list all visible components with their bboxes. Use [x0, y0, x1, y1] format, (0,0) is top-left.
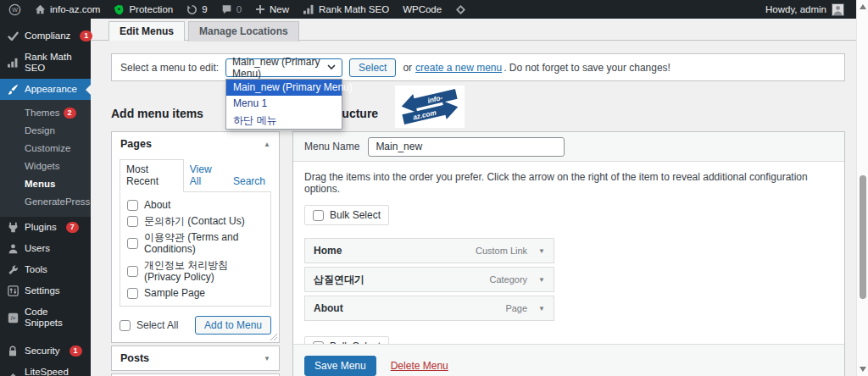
sidebar: Complianz1Rank Math SEOAppearance Themes…: [0, 19, 91, 376]
count-badge: 7: [66, 222, 79, 233]
page-checkbox[interactable]: [127, 238, 138, 249]
menu-item-삽질연대기[interactable]: 삽질연대기Category▼: [304, 267, 554, 292]
select-menu-label: Select a menu to edit:: [120, 62, 219, 74]
sidebar-item-label: Users: [25, 243, 50, 254]
account-menu[interactable]: Howdy, admin: [759, 3, 851, 16]
expand-arrow-icon[interactable]: ▼: [538, 247, 545, 255]
submenu-item-generatepress[interactable]: GeneratePress: [0, 193, 91, 211]
menu-name-input[interactable]: [368, 137, 565, 157]
submenu-item-customize[interactable]: Customize: [0, 140, 91, 158]
admin-bar-item-0[interactable]: 0: [214, 0, 248, 19]
bar-chart-icon: [7, 58, 19, 68]
sidebar-item-security[interactable]: Security1: [0, 340, 91, 362]
menu-item-label: About: [314, 302, 343, 314]
appearance-submenu: Themes2DesignCustomizeWidgetsMenusGenera…: [0, 100, 91, 217]
admin-bar-item-wordpress-logo-icon[interactable]: W: [2, 0, 28, 19]
admin-bar-item-label: 9: [202, 4, 207, 14]
admin-bar-item-protection[interactable]: Protection: [107, 0, 180, 19]
sidebar-item-label: LiteSpeed Cache: [25, 367, 86, 376]
menu-actions-footer: Save Menu Delete Menu: [293, 344, 844, 376]
submenu-item-menus[interactable]: Menus: [0, 175, 91, 193]
bulk-select-control-top[interactable]: Bulk Select: [304, 205, 389, 225]
menu-item-home[interactable]: HomeCustom Link▼: [304, 238, 554, 263]
sidebar-item-label: Security: [25, 346, 60, 357]
bar-chart-icon: [303, 4, 314, 14]
menu-select-dropdown[interactable]: Main_new (Primary Menu): [225, 58, 342, 77]
dropdown-option[interactable]: Menu 1: [226, 96, 342, 113]
accordion-header[interactable]: Posts▼: [112, 346, 279, 370]
submenu-item-label: Customize: [25, 143, 70, 153]
page-checkbox[interactable]: [127, 216, 138, 227]
expand-arrow-icon[interactable]: ▼: [538, 305, 545, 312]
expand-arrow-icon[interactable]: ▼: [264, 355, 270, 362]
resize-handle[interactable]: [269, 332, 277, 340]
pages-tab-view-all[interactable]: View All: [184, 160, 227, 191]
sidebar-item-code-snippets[interactable]: />Code Snippets: [0, 301, 91, 334]
paintbrush-icon: [7, 84, 19, 95]
shield-icon: [114, 4, 125, 15]
sidebar-item-settings[interactable]: Settings: [0, 280, 91, 301]
accordion-title: Posts: [120, 352, 149, 364]
admin-bar-item-new[interactable]: New: [248, 0, 296, 19]
sidebar-item-rank-math-seo[interactable]: Rank Math SEO: [0, 47, 91, 79]
sidebar-item-complianz[interactable]: Complianz1: [0, 25, 91, 47]
howdy-label: Howdy, admin: [765, 4, 826, 14]
page-checkbox[interactable]: [127, 288, 138, 299]
admin-bar-item-rank-math-seo[interactable]: Rank Math SEO: [296, 0, 396, 19]
count-badge: 2: [64, 108, 76, 119]
page-list-item: About: [127, 199, 264, 211]
admin-bar-item-wpcode[interactable]: WPCode: [396, 0, 448, 19]
scrollbar-up-arrow[interactable]: [860, 4, 866, 9]
sidebar-item-label: Tools: [25, 264, 47, 275]
settings-icon: [7, 285, 19, 296]
submenu-item-label: GeneratePress: [25, 196, 90, 207]
scrollbar-thumb[interactable]: [860, 175, 866, 299]
svg-text:W: W: [12, 7, 18, 14]
dropdown-option[interactable]: 하단 메뉴: [226, 113, 342, 130]
page-scrollbar: [856, 0, 868, 376]
sidebar-item-users[interactable]: Users: [0, 238, 91, 259]
admin-bar-item-label: New: [270, 4, 289, 14]
menu-item-type: Page: [505, 303, 527, 313]
main-content: Edit MenusManage Locations Select a menu…: [91, 19, 856, 376]
pages-panel-header[interactable]: Pages ▲: [112, 132, 279, 156]
add-to-menu-button[interactable]: Add to Menu: [195, 316, 271, 335]
menu-item-label: 삽질연대기: [314, 273, 364, 287]
tab-edit-menus[interactable]: Edit Menus: [108, 21, 185, 41]
select-button[interactable]: Select: [349, 58, 396, 77]
update-icon: [186, 4, 198, 15]
pages-tab-search[interactable]: Search: [227, 172, 271, 191]
sidebar-item-tools[interactable]: Tools: [0, 259, 91, 280]
dropdown-option[interactable]: Main_new (Primary Menu): [226, 80, 342, 97]
admin-bar-item-diamond-icon[interactable]: [448, 0, 473, 19]
home-icon: [35, 4, 46, 14]
submenu-item-design[interactable]: Design: [0, 122, 91, 140]
page-checkbox[interactable]: [127, 200, 138, 211]
bulk-select-checkbox-top[interactable]: [313, 210, 324, 221]
create-new-menu-link[interactable]: create a new menu: [415, 62, 502, 74]
admin-bar-item-9[interactable]: 9: [180, 0, 214, 19]
page-list-item: 이용약관 (Terms and Conditions): [127, 231, 264, 255]
drag-instruction-text: Drag the items into the order you prefer…: [304, 171, 833, 195]
collapse-arrow-icon[interactable]: ▲: [264, 141, 270, 148]
pages-tab-most-recent[interactable]: Most Recent: [120, 159, 184, 192]
page-item-label: 문의하기 (Contact Us): [144, 215, 245, 227]
sidebar-item-appearance[interactable]: Appearance: [0, 79, 91, 100]
delete-menu-link[interactable]: Delete Menu: [391, 360, 448, 372]
menu-item-type: Category: [489, 274, 527, 285]
sidebar-item-litespeed-cache[interactable]: LiteSpeed Cache: [0, 362, 91, 376]
submenu-item-widgets[interactable]: Widgets: [0, 158, 91, 175]
save-menu-button[interactable]: Save Menu: [304, 356, 376, 376]
admin-bar-item-info-az-com[interactable]: info-az.com: [28, 0, 107, 19]
page-checkbox[interactable]: [127, 266, 138, 277]
expand-arrow-icon[interactable]: ▼: [538, 276, 545, 284]
count-badge: 1: [70, 346, 82, 357]
sidebar-item-plugins[interactable]: Plugins7: [0, 217, 91, 238]
scrollbar-down-arrow[interactable]: [860, 367, 866, 372]
submenu-item-themes[interactable]: Themes2: [0, 104, 91, 122]
pages-panel-title: Pages: [120, 138, 152, 150]
save-reminder-text: . Do not forget to save your changes!: [504, 62, 670, 74]
select-all-checkbox[interactable]: [120, 320, 131, 331]
menu-item-about[interactable]: AboutPage▼: [304, 296, 554, 321]
tab-manage-locations[interactable]: Manage Locations: [188, 21, 299, 41]
